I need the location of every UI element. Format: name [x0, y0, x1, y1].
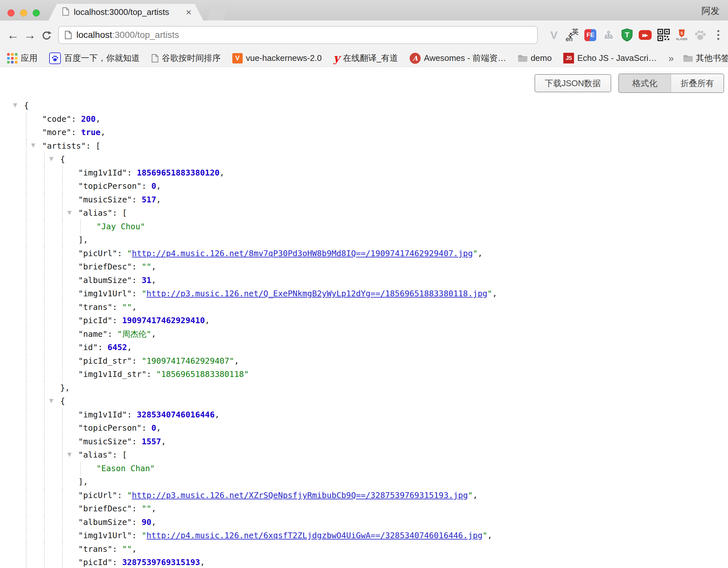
reload-button[interactable]: [38, 29, 55, 41]
json-token: ": [127, 491, 132, 500]
json-token: :: [132, 437, 142, 446]
fehelper-icon[interactable]: FE: [584, 28, 597, 42]
collapse-all-button[interactable]: 折叠所有: [671, 74, 723, 92]
vue-devtools-icon[interactable]: V: [547, 28, 560, 42]
collapse-toggle-icon[interactable]: ▼: [31, 139, 35, 152]
json-token: "Jay Chou": [96, 222, 145, 231]
json-token: ],: [78, 235, 88, 244]
sitemap-icon[interactable]: [602, 28, 615, 42]
paw-icon[interactable]: [694, 28, 707, 42]
bookmark-apps[interactable]: 应用: [7, 52, 38, 64]
indent-guide: [62, 301, 80, 314]
json-token: "musicSize": [78, 195, 132, 204]
json-line: "picId": 19097417462929410,: [0, 314, 728, 328]
json-token: "trans": [78, 303, 112, 312]
indent-guide: [44, 166, 62, 180]
indent-guide: [44, 421, 62, 435]
format-button[interactable]: 格式化: [619, 74, 671, 92]
bookmark-awesomes[interactable]: AAwesomes - 前端资…: [410, 52, 506, 64]
json-token: ": [127, 249, 132, 258]
collapse-toggle-icon[interactable]: ▼: [67, 448, 72, 462]
bookmark-vue[interactable]: Vvue-hackernews-2.0: [232, 53, 322, 63]
indent-guide: [62, 542, 80, 556]
json-line-content: "topicPerson": 0,: [78, 179, 161, 193]
indent-guide: [44, 502, 62, 516]
json-line-content: "trans": "",: [78, 301, 137, 314]
json-url-link[interactable]: http://p4.music.126.net/8mv7qP30Pd3oHW8b…: [132, 249, 473, 258]
zoom-window-button[interactable]: [33, 9, 40, 17]
json-url-link[interactable]: http://p3.music.126.net/XZrSQeNpsfjyRmib…: [132, 491, 468, 500]
new-tab-button[interactable]: [207, 5, 228, 20]
close-window-button[interactable]: [7, 9, 15, 17]
qr-code-icon[interactable]: [657, 28, 670, 42]
indent-guide: [26, 233, 44, 247]
bookmark-youdao[interactable]: y在线翻译_有道: [333, 52, 398, 64]
json-token: :: [71, 114, 81, 124]
bookmarks-overflow-chevron[interactable]: »: [668, 53, 674, 64]
browser-tab[interactable]: localhost:3000/top_artists ×: [49, 4, 203, 20]
indent-guide: [44, 556, 62, 568]
json-token: "code": [42, 114, 71, 124]
json-token: 6452: [107, 343, 127, 352]
bookmark-label: 谷歌按时间排序: [162, 52, 221, 64]
json-token: "briefDesc": [78, 504, 132, 513]
html5-player-icon[interactable]: 5PLAYER: [675, 28, 688, 42]
json-line-content: "img1v1Id": 18569651883380120,: [78, 166, 225, 180]
indent-guide: [44, 489, 62, 502]
indent-guide: [44, 301, 62, 314]
tab-title: localhost:3000/top_artists: [74, 7, 186, 17]
collapse-toggle-icon[interactable]: ▼: [49, 152, 53, 166]
collapse-toggle-icon[interactable]: ▼: [67, 206, 72, 219]
chrome-menu-icon[interactable]: [712, 28, 725, 42]
other-bookmarks-folder[interactable]: 其他书签: [683, 52, 728, 64]
json-line-content: "albumSize": 90,: [78, 516, 156, 529]
profile-name[interactable]: 阿发: [701, 5, 720, 17]
json-line: "more": true,: [0, 126, 728, 139]
json-token: ,: [220, 168, 225, 177]
json-url-link[interactable]: http://p3.music.126.net/Q_ExePNkmgB2yWyL…: [147, 289, 488, 298]
collapse-toggle-icon[interactable]: ▼: [13, 98, 17, 112]
indent-guide: [44, 206, 62, 220]
video-downloader-icon[interactable]: ▶▶: [639, 28, 652, 42]
json-line-content: "picId": 19097417462929410,: [78, 314, 210, 328]
json-token: "周杰伦": [117, 329, 151, 339]
json-line-content: "briefDesc": "",: [78, 502, 156, 516]
back-button[interactable]: ←: [5, 29, 21, 41]
json-token: ,: [156, 423, 161, 433]
address-bar[interactable]: localhost:3000/top_artists: [58, 26, 538, 44]
json-token: : [: [112, 450, 127, 460]
bookmark-echojs[interactable]: JSEcho JS - JavaScri…: [563, 53, 657, 63]
bookmark-folder[interactable]: demo: [518, 53, 552, 63]
indent-guide: [44, 220, 62, 233]
indent-guide: [44, 354, 62, 368]
svg-text:T: T: [625, 31, 629, 39]
translator-en-zh-icon[interactable]: 英en⇄: [566, 28, 579, 42]
indent-guide: [62, 341, 80, 354]
bookmark-doc[interactable]: 谷歌按时间排序: [151, 52, 221, 64]
json-line: "picUrl": "http://p4.music.126.net/8mv7q…: [0, 247, 728, 260]
json-url-link[interactable]: http://p4.music.126.net/6xqsfT2ZLjdgzbwO…: [147, 531, 483, 540]
json-token: :: [98, 343, 107, 352]
json-line-content: "musicSize": 517,: [78, 193, 161, 206]
json-token: "Eason Chan": [96, 464, 155, 473]
collapse-toggle-icon[interactable]: ▼: [49, 394, 53, 408]
json-token: "musicSize": [78, 437, 132, 446]
json-line-content: "id": 6452,: [78, 341, 132, 354]
indent-guide: [44, 179, 62, 193]
download-json-button[interactable]: 下载JSON数据: [535, 74, 611, 92]
forward-button[interactable]: →: [21, 29, 38, 41]
indent-guide: [62, 421, 80, 435]
tampermonkey-icon[interactable]: T: [621, 28, 634, 42]
indent-guide: [26, 166, 44, 180]
json-token: ,: [492, 289, 497, 298]
indent-guide: [26, 260, 44, 273]
bookmark-baidu[interactable]: 百度一下，你就知道: [49, 52, 140, 64]
json-line-content: ▼"artists": [: [42, 139, 101, 153]
page-content: 下载JSON数据 格式化 折叠所有 ▼{"code": 200,"more": …: [0, 67, 728, 568]
tab-close-icon[interactable]: ×: [186, 7, 192, 17]
bookmark-label: demo: [531, 53, 552, 63]
json-line-content: ▼"alias": [: [78, 448, 127, 462]
json-line-content: ▼"alias": [: [78, 206, 127, 220]
minimize-window-button[interactable]: [20, 9, 27, 17]
indent-guide: [44, 462, 62, 475]
